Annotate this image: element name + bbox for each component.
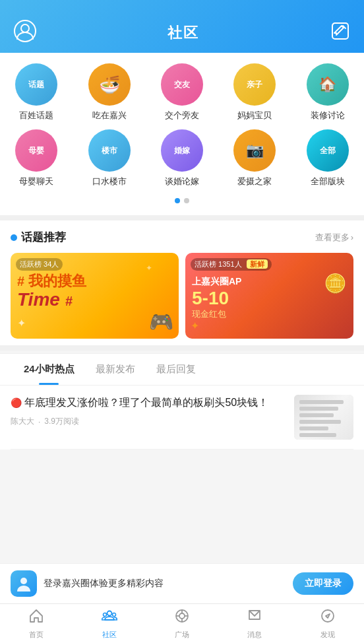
- nav-plaza-label: 广场: [175, 630, 189, 640]
- hot-icon-1: 🔴: [11, 397, 22, 408]
- plaza-icon: [174, 608, 190, 628]
- tabs-row: 24小时热点 最新发布 最后回复: [0, 354, 364, 386]
- category-circle-jiaoyou: 交友: [161, 63, 203, 106]
- categories-row-2: 母婴 母婴聊天 楼市 口水楼市 婚嫁 谈婚论嫁 📷 爱摄之家 全部: [0, 129, 364, 187]
- home-icon: [28, 608, 44, 628]
- category-label-meishi: 吃在嘉兴: [92, 110, 127, 121]
- activity-badge-right: 活跃榜 1351人 新鲜: [191, 258, 272, 271]
- category-circle-baixin: 话题: [15, 63, 57, 106]
- category-quanbu[interactable]: 全部 全部版块: [295, 129, 361, 187]
- category-label-jiaoyou: 交个旁友: [165, 110, 199, 121]
- category-label-muying: 母婴聊天: [19, 176, 53, 187]
- nav-discover[interactable]: 发现: [291, 608, 364, 640]
- topic-cards: 活跃榜 34人 # 我的摸鱼 Time # 🎮 ✦ ✦ 活跃榜 1351人 新鲜: [11, 253, 353, 339]
- category-baixin[interactable]: 话题 百姓话题: [3, 63, 69, 121]
- news-title-1: 🔴 年底理发又涨价啦？理了个最简单的板刷头50块钱！: [11, 395, 286, 411]
- discover-icon: [320, 608, 336, 628]
- thumb-image-1: [294, 395, 353, 440]
- section-divider-1: [0, 215, 364, 220]
- edit-icon[interactable]: [330, 20, 351, 46]
- nav-home[interactable]: 首页: [0, 608, 73, 640]
- category-circle-hunjia: 婚嫁: [161, 129, 203, 172]
- category-hunjia[interactable]: 婚嫁 谈婚论嫁: [149, 129, 215, 187]
- nav-home-label: 首页: [29, 630, 44, 640]
- category-label-hunjia: 谈婚论嫁: [165, 176, 199, 187]
- activity-badge-left: 活跃榜 34人: [16, 258, 63, 271]
- categories-section: 话题 百姓话题 🍜 吃在嘉兴 交友 交个旁友 亲子 妈妈宝贝 🏠: [0, 53, 364, 215]
- topic-card-left[interactable]: 活跃榜 34人 # 我的摸鱼 Time # 🎮 ✦ ✦: [11, 253, 179, 339]
- dot-1[interactable]: [175, 198, 180, 203]
- messages-icon: [247, 608, 262, 628]
- section-title-topics: 话题推荐: [11, 230, 66, 245]
- tabs-section: 24小时热点 最新发布 最后回复: [0, 353, 364, 386]
- section-header-topics: 话题推荐 查看更多 ›: [11, 230, 353, 245]
- login-logo: [11, 570, 37, 597]
- pagination-dots: [0, 195, 364, 210]
- svg-point-3: [20, 578, 27, 584]
- bottom-nav: 首页 社区 广场: [0, 603, 364, 643]
- svg-point-4: [107, 611, 111, 615]
- svg-point-1: [21, 24, 29, 32]
- nav-messages-label: 消息: [247, 630, 262, 640]
- category-sheying[interactable]: 📷 爱摄之家: [222, 129, 288, 187]
- login-banner: 登录嘉兴圈体验更多精彩内容 立即登录: [0, 563, 364, 603]
- login-banner-text: 登录嘉兴圈体验更多精彩内容: [44, 578, 286, 590]
- category-label-loushi: 口水楼市: [92, 176, 127, 187]
- category-zhuangxiu[interactable]: 🏠 装修讨论: [295, 63, 361, 121]
- category-loushi[interactable]: 楼市 口水楼市: [76, 129, 142, 187]
- category-circle-loushi: 楼市: [88, 129, 131, 172]
- thumb-lines: [299, 400, 348, 440]
- category-qinzi[interactable]: 亲子 妈妈宝贝: [222, 63, 288, 121]
- news-item-1[interactable]: 🔴 年底理发又涨价啦？理了个最简单的板刷头50块钱！ 陈大大 · 3.9万阅读: [11, 386, 353, 450]
- category-label-zhuangxiu: 装修讨论: [311, 110, 345, 121]
- category-circle-zhuangxiu: 🏠: [307, 63, 349, 106]
- news-section: 🔴 年底理发又涨价啦？理了个最简单的板刷头50块钱！ 陈大大 · 3.9万阅读: [0, 386, 364, 450]
- category-label-baixin: 百姓话题: [19, 110, 53, 121]
- svg-point-13: [322, 610, 334, 622]
- svg-point-6: [112, 613, 115, 616]
- see-more-button[interactable]: 查看更多 ›: [315, 232, 353, 244]
- svg-point-5: [103, 613, 106, 616]
- category-label-qinzi: 妈妈宝贝: [237, 110, 272, 121]
- dot-2[interactable]: [184, 198, 189, 203]
- categories-row-1: 话题 百姓话题 🍜 吃在嘉兴 交友 交个旁友 亲子 妈妈宝贝 🏠: [0, 63, 364, 121]
- category-circle-quanbu: 全部: [307, 129, 349, 172]
- login-button[interactable]: 立即登录: [293, 572, 353, 595]
- news-thumb-1: [294, 395, 353, 440]
- tab-hot[interactable]: 24小时热点: [13, 354, 85, 385]
- news-meta-1: 陈大大 · 3.9万阅读: [11, 416, 286, 427]
- category-circle-muying: 母婴: [15, 129, 57, 172]
- tab-new[interactable]: 最新发布: [85, 354, 146, 385]
- category-label-quanbu: 全部版块: [311, 176, 345, 187]
- nav-plaza[interactable]: 广场: [146, 608, 218, 640]
- news-text-1: 🔴 年底理发又涨价啦？理了个最简单的板刷头50块钱！ 陈大大 · 3.9万阅读: [11, 395, 286, 440]
- community-icon: [102, 608, 117, 628]
- category-circle-sheying: 📷: [233, 129, 276, 172]
- page-title: 社区: [167, 23, 199, 43]
- topic-card-right[interactable]: 活跃榜 1351人 新鲜 上嘉兴圈AP 5-10 现金红包 🪙 ✦: [185, 253, 353, 339]
- nav-messages[interactable]: 消息: [218, 608, 291, 640]
- category-circle-meishi: 🍜: [88, 63, 131, 106]
- title-dot: [11, 234, 17, 241]
- svg-point-8: [179, 613, 185, 619]
- nav-community-label: 社区: [102, 630, 117, 640]
- category-jiaoyou[interactable]: 交友 交个旁友: [149, 63, 215, 121]
- category-label-sheying: 爱摄之家: [237, 176, 272, 187]
- topics-section: 话题推荐 查看更多 › 活跃榜 34人 # 我的摸鱼 Time # 🎮 ✦ ✦: [0, 220, 364, 345]
- nav-discover-label: 发现: [320, 630, 335, 640]
- profile-icon[interactable]: [13, 19, 37, 48]
- nav-community[interactable]: 社区: [73, 608, 145, 640]
- tab-reply[interactable]: 最后回复: [146, 354, 206, 385]
- category-circle-qinzi: 亲子: [233, 63, 276, 106]
- category-meishi[interactable]: 🍜 吃在嘉兴: [76, 63, 142, 121]
- section-divider-2: [0, 345, 364, 351]
- header: 社区: [0, 0, 364, 53]
- category-muying[interactable]: 母婴 母婴聊天: [3, 129, 69, 187]
